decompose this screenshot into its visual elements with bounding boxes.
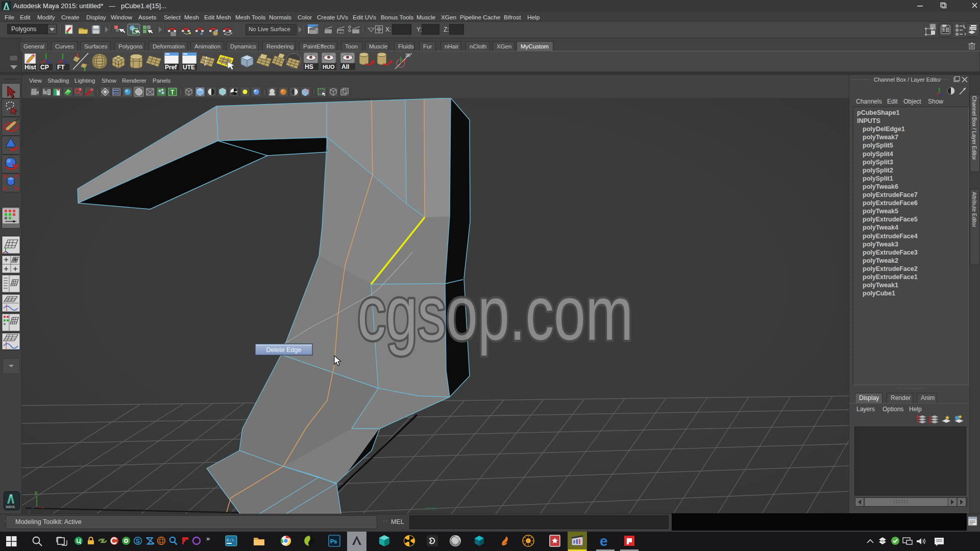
svg-text:e: e bbox=[600, 535, 608, 547]
svg-text:Hist: Hist bbox=[24, 64, 36, 71]
svg-text:30°: 30° bbox=[405, 53, 412, 58]
svg-text:y: y bbox=[35, 490, 37, 495]
svg-text:Delete Edge: Delete Edge bbox=[266, 346, 302, 354]
svg-text:FT: FT bbox=[57, 64, 65, 71]
svg-text:T: T bbox=[170, 89, 175, 96]
svg-text:Ps: Ps bbox=[330, 538, 337, 544]
svg-text:CP: CP bbox=[40, 64, 49, 71]
svg-text:HS: HS bbox=[305, 63, 313, 70]
svg-text:persp: persp bbox=[425, 506, 437, 511]
svg-text:S: S bbox=[136, 538, 140, 545]
svg-text:cgsop.com: cgsop.com bbox=[357, 270, 633, 356]
svg-text:C:\: C:\ bbox=[227, 538, 234, 542]
svg-text:All: All bbox=[341, 63, 349, 70]
svg-text:UTE: UTE bbox=[183, 64, 195, 71]
svg-text:z: z bbox=[28, 509, 31, 514]
svg-text:3: 3 bbox=[573, 539, 575, 544]
svg-text:Pref: Pref bbox=[165, 64, 177, 71]
svg-text:IPR: IPR bbox=[338, 30, 344, 34]
svg-text:MAYA: MAYA bbox=[6, 505, 15, 509]
svg-text:HUO: HUO bbox=[323, 64, 334, 70]
